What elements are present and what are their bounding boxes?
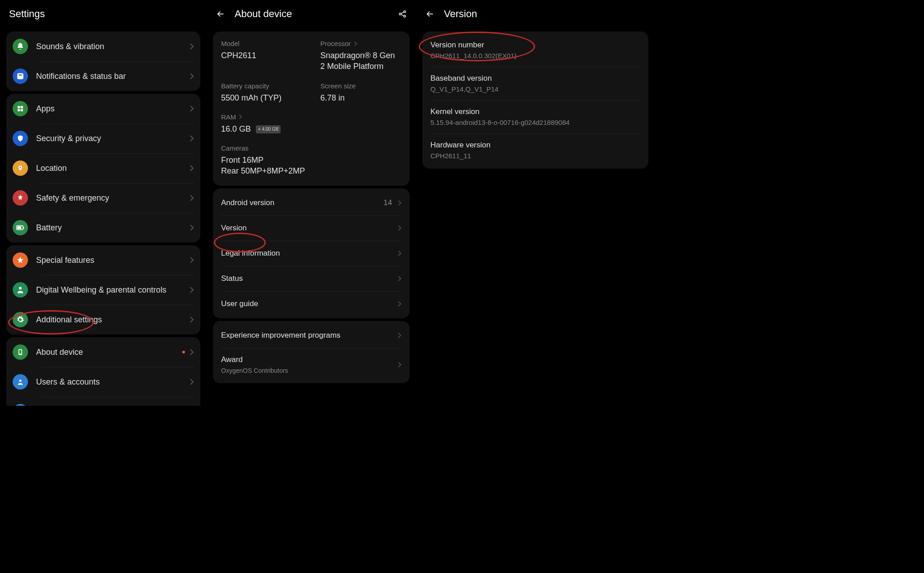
info-label: User guide — [221, 299, 397, 308]
apps-icon — [13, 101, 28, 116]
settings-group-4: About device Users & accounts Google — [6, 337, 200, 406]
about-device-item[interactable]: About device — [6, 337, 200, 367]
bell-icon — [13, 39, 28, 54]
chevron-right-icon — [397, 250, 402, 257]
spec-value: 16.0 GB + 4.00 GB — [221, 124, 402, 134]
chevron-right-icon — [189, 105, 194, 112]
additional-settings-item[interactable]: Additional settings — [6, 305, 200, 335]
hardware-version-item[interactable]: Hardware version CPH2611_11 — [422, 133, 648, 167]
spec-value: Snapdragon® 8 Gen 2 Mobile Platform — [320, 50, 402, 72]
share-button[interactable] — [398, 9, 407, 18]
version-label: Kernel version — [430, 107, 640, 116]
info-label: Award — [221, 355, 397, 364]
chevron-right-icon — [189, 286, 194, 293]
android-version-item[interactable]: Android version 14 — [213, 190, 410, 215]
svg-rect-2 — [18, 106, 20, 108]
page-title: Version — [444, 8, 477, 20]
version-number-item[interactable]: Version number CPH2611_14.0.0.302(EX01) — [422, 33, 648, 67]
notification-dot-icon — [182, 351, 185, 353]
battery-item[interactable]: Battery — [6, 213, 200, 243]
item-label: Security & privacy — [36, 134, 189, 143]
settings-panel: Settings Sounds & vibration Notification… — [0, 0, 207, 406]
baseband-version-item[interactable]: Baseband version Q_V1_P14,Q_V1_P14 — [422, 67, 648, 100]
svg-rect-7 — [23, 227, 24, 229]
chevron-right-icon — [397, 332, 402, 339]
about-info-list-2: Experience improvement programs Award Ox… — [213, 321, 410, 383]
about-title-row: About device — [207, 0, 416, 29]
chevron-right-icon — [189, 316, 194, 323]
notifications-status-item[interactable]: Notifications & status bar — [6, 61, 200, 91]
settings-group-2: Apps Security & privacy Location Safety … — [6, 94, 200, 243]
kernel-version-item[interactable]: Kernel version 5.15.94-android13-8-o-007… — [422, 100, 648, 133]
star-icon — [13, 252, 28, 268]
device-specs-card: Model CPH2611 Processor Snapdragon® 8 Ge… — [213, 32, 410, 186]
cameras-block: Cameras Front 16MP Rear 50MP+8MP+2MP — [221, 144, 402, 177]
ram-extension-badge: + 4.00 GB — [256, 125, 281, 133]
spec-label: Battery capacity — [221, 82, 302, 90]
version-title-row: Version — [416, 0, 655, 29]
spec-label: Model — [221, 40, 302, 47]
spec-label: Processor — [320, 40, 402, 47]
experience-improvement-item[interactable]: Experience improvement programs — [213, 323, 410, 348]
ram-label-text: RAM — [221, 113, 236, 121]
screen-block: Screen size 6.78 in — [320, 82, 402, 103]
chevron-right-icon — [239, 114, 242, 119]
svg-rect-3 — [21, 106, 23, 108]
version-value: 5.15.94-android13-8-o-00716-g024d2188908… — [430, 119, 640, 126]
item-label: Safety & emergency — [36, 193, 189, 203]
svg-rect-11 — [19, 350, 22, 353]
version-item[interactable]: Version — [213, 215, 410, 241]
version-value: CPH2611_11 — [430, 152, 640, 160]
version-value: CPH2611_14.0.0.302(EX01) — [430, 52, 640, 60]
special-features-item[interactable]: Special features — [6, 245, 200, 275]
award-item[interactable]: Award OxygenOS Contributors — [213, 348, 410, 381]
ram-block[interactable]: RAM 16.0 GB + 4.00 GB — [221, 113, 402, 134]
svg-point-9 — [19, 287, 22, 289]
sounds-vibration-item[interactable]: Sounds & vibration — [6, 32, 200, 61]
back-button[interactable] — [425, 9, 435, 19]
location-item[interactable]: Location — [6, 153, 200, 183]
chevron-right-icon — [189, 378, 194, 385]
apps-item[interactable]: Apps — [6, 94, 200, 124]
google-icon — [13, 404, 28, 406]
item-label: Special features — [36, 256, 189, 265]
svg-rect-8 — [17, 226, 21, 229]
battery-block: Battery capacity 5500 mAh (TYP) — [221, 82, 302, 103]
security-privacy-item[interactable]: Security & privacy — [6, 124, 200, 153]
item-label: Location — [36, 164, 189, 173]
item-label: Sounds & vibration — [36, 42, 189, 51]
chevron-right-icon — [189, 73, 194, 80]
info-label: Version — [221, 224, 397, 233]
battery-icon — [13, 220, 28, 235]
item-label: Users & accounts — [36, 377, 189, 387]
location-icon — [13, 160, 28, 176]
emergency-icon — [13, 190, 28, 206]
legal-information-item[interactable]: Legal information — [213, 241, 410, 266]
user-guide-item[interactable]: User guide — [213, 291, 410, 316]
chevron-right-icon — [397, 200, 402, 206]
status-item[interactable]: Status — [213, 266, 410, 291]
chevron-right-icon — [189, 257, 194, 264]
spec-label: Cameras — [221, 144, 402, 152]
model-block: Model CPH2611 — [221, 40, 302, 72]
info-label: Legal information — [221, 249, 397, 258]
processor-block[interactable]: Processor Snapdragon® 8 Gen 2 Mobile Pla… — [320, 40, 402, 72]
chevron-right-icon — [189, 165, 194, 172]
digital-wellbeing-item[interactable]: Digital Wellbeing & parental controls — [6, 275, 200, 305]
svg-rect-1 — [18, 74, 22, 75]
phone-icon — [13, 344, 28, 360]
svg-rect-0 — [17, 73, 23, 79]
about-device-panel: About device Model CPH2611 Processor Sna… — [207, 0, 416, 406]
info-value: 14 — [383, 198, 392, 207]
google-item[interactable]: Google — [6, 397, 200, 406]
spec-value: 5500 mAh (TYP) — [221, 92, 302, 103]
item-label: Digital Wellbeing & parental controls — [36, 285, 189, 295]
settings-group-1: Sounds & vibration Notifications & statu… — [6, 32, 200, 91]
back-button[interactable] — [216, 9, 226, 19]
chevron-right-icon — [189, 348, 194, 356]
users-accounts-item[interactable]: Users & accounts — [6, 367, 200, 397]
chevron-right-icon — [397, 225, 402, 231]
item-label: Battery — [36, 223, 189, 233]
safety-emergency-item[interactable]: Safety & emergency — [6, 183, 200, 213]
svg-point-12 — [19, 380, 21, 382]
